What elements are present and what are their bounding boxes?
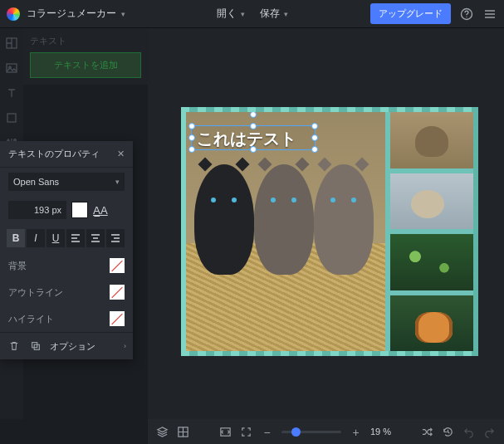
menu-open[interactable]: 開く ▾ xyxy=(217,7,245,21)
background-color-row: 背景 xyxy=(0,252,133,279)
highlight-color-row: ハイライト xyxy=(0,305,133,332)
collage-cell-1[interactable] xyxy=(390,112,473,168)
duplicate-icon[interactable] xyxy=(28,339,43,354)
align-right-button[interactable] xyxy=(106,229,125,247)
font-size-input[interactable] xyxy=(8,201,66,219)
zoom-out-button[interactable]: − xyxy=(261,426,273,438)
text-panel-title: テキスト xyxy=(30,35,141,47)
resize-handle-e[interactable] xyxy=(311,134,318,141)
zoom-value[interactable]: 19 % xyxy=(370,427,391,437)
close-icon[interactable]: ✕ xyxy=(117,149,125,159)
text-style-row: B I U xyxy=(0,224,133,252)
collage-cell-2[interactable] xyxy=(390,173,473,230)
resize-handle-n[interactable] xyxy=(250,123,257,129)
menu-open-label: 開く xyxy=(217,7,237,21)
svg-rect-5 xyxy=(7,114,16,122)
undo-icon[interactable] xyxy=(462,426,475,438)
highlight-color-swatch[interactable] xyxy=(110,311,125,326)
resize-handle-se[interactable] xyxy=(311,146,318,153)
bold-button[interactable]: B xyxy=(7,229,25,247)
italic-button[interactable]: I xyxy=(27,229,45,247)
font-family-select[interactable]: Open Sans ▾ xyxy=(8,173,125,191)
fullscreen-icon[interactable] xyxy=(240,426,252,438)
svg-rect-3 xyxy=(7,64,17,72)
history-icon[interactable] xyxy=(442,426,454,438)
align-center-button[interactable] xyxy=(86,229,105,247)
app-title[interactable]: コラージュメーカー xyxy=(27,7,116,21)
collage-cell-3[interactable] xyxy=(390,234,473,290)
zoom-slider-thumb[interactable] xyxy=(291,427,301,437)
rail-shape-icon[interactable] xyxy=(5,111,18,124)
rail-text-icon[interactable] xyxy=(5,86,18,100)
shuffle-icon[interactable] xyxy=(421,426,433,438)
text-properties-panel: テキストのプロパティ ✕ Open Sans ▾ A̲A B I U 背景 アウ… xyxy=(0,141,133,359)
redo-icon[interactable] xyxy=(483,426,496,438)
chevron-right-icon[interactable]: › xyxy=(124,342,126,350)
menu-save[interactable]: 保存 ▾ xyxy=(260,7,288,21)
outline-color-swatch[interactable] xyxy=(110,285,125,300)
collage-cell-4[interactable] xyxy=(390,295,473,352)
zoom-slider[interactable] xyxy=(281,431,341,433)
hamburger-menu-icon[interactable] xyxy=(482,7,497,22)
text-case-button[interactable]: A̲A xyxy=(93,204,108,217)
chevron-down-icon: ▾ xyxy=(284,10,288,18)
help-icon[interactable] xyxy=(459,7,474,22)
resize-handle-w[interactable] xyxy=(188,134,195,141)
editable-text[interactable]: これはテスト xyxy=(197,128,296,150)
properties-title: テキストのプロパティ xyxy=(8,148,100,160)
chevron-down-icon: ▾ xyxy=(115,178,120,186)
chevron-down-icon: ▾ xyxy=(241,10,245,18)
text-color-swatch[interactable] xyxy=(71,202,88,218)
outline-label: アウトライン xyxy=(8,286,63,299)
zoom-in-button[interactable]: + xyxy=(350,426,362,438)
text-selection-box[interactable]: これはテスト xyxy=(191,125,316,150)
resize-handle-nw[interactable] xyxy=(188,123,195,129)
add-text-button[interactable]: テキストを追加 xyxy=(30,52,141,78)
options-button[interactable]: オプション xyxy=(50,340,95,353)
background-color-swatch[interactable] xyxy=(110,258,125,273)
rail-image-icon[interactable] xyxy=(5,61,18,75)
grid-icon[interactable] xyxy=(177,426,189,438)
font-family-value: Open Sans xyxy=(13,177,59,187)
canvas-area[interactable]: これはテスト xyxy=(148,28,504,419)
upgrade-button[interactable]: アップグレード xyxy=(370,3,451,24)
top-bar: コラージュメーカー ▾ 開く ▾ 保存 ▾ アップグレード xyxy=(0,0,504,28)
collage-frame[interactable]: これはテスト xyxy=(181,107,478,356)
resize-handle-ne[interactable] xyxy=(311,123,318,129)
fit-screen-icon[interactable] xyxy=(219,426,232,438)
align-left-button[interactable] xyxy=(66,229,85,247)
highlight-label: ハイライト xyxy=(8,313,54,325)
rotate-handle[interactable] xyxy=(250,112,257,118)
underline-button[interactable]: U xyxy=(46,229,65,247)
svg-point-1 xyxy=(466,16,467,17)
text-panel: テキスト テキストを追加 xyxy=(23,28,148,85)
menu-save-label: 保存 xyxy=(260,7,280,21)
bottom-bar: − + 19 % xyxy=(148,419,504,444)
resize-handle-sw[interactable] xyxy=(188,146,195,153)
chevron-down-icon[interactable]: ▾ xyxy=(121,10,125,18)
resize-handle-s[interactable] xyxy=(250,146,257,153)
app-logo-icon xyxy=(7,7,20,21)
delete-icon[interactable] xyxy=(7,339,22,354)
rail-layout-icon[interactable] xyxy=(5,37,18,50)
collage-main-cell[interactable]: これはテスト xyxy=(186,112,385,351)
background-label: 背景 xyxy=(8,260,27,272)
outline-color-row: アウトライン xyxy=(0,279,133,305)
layers-icon[interactable] xyxy=(156,426,169,438)
